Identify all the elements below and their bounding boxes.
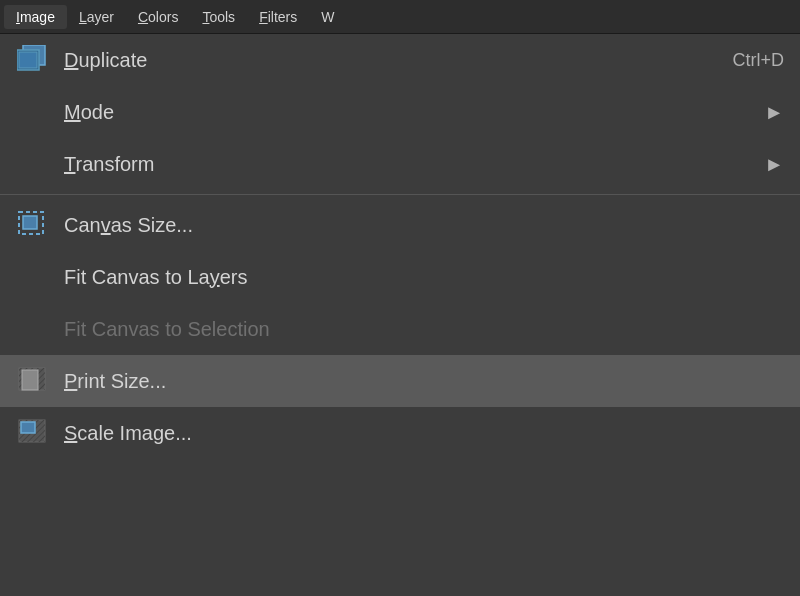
menu-layer[interactable]: Layer xyxy=(67,5,126,29)
menu-windows[interactable]: W xyxy=(309,5,346,29)
menu-item-duplicate[interactable]: Duplicate Ctrl+D xyxy=(0,34,800,86)
menu-item-transform[interactable]: Transform ► xyxy=(0,138,800,190)
menu-item-print-size[interactable]: Print Size... xyxy=(0,355,800,407)
scale-image-icon xyxy=(16,415,52,451)
fit-canvas-selection-icon-placeholder xyxy=(16,311,52,347)
menu-item-fit-canvas-layers-label: Fit Canvas to Layers xyxy=(64,266,784,289)
menu-image[interactable]: Image xyxy=(4,5,67,29)
svg-rect-8 xyxy=(22,370,38,390)
canvas-size-icon xyxy=(16,207,52,243)
image-dropdown-menu: Duplicate Ctrl+D Mode ► Transform ► Canv… xyxy=(0,34,800,459)
menu-item-scale-image-label: Scale Image... xyxy=(64,422,784,445)
menu-item-mode-label: Mode xyxy=(64,101,764,124)
menu-item-mode[interactable]: Mode ► xyxy=(0,86,800,138)
menubar: Image Layer Colors Tools Filters W xyxy=(0,0,800,34)
print-size-icon xyxy=(16,363,52,399)
menu-item-transform-label: Transform xyxy=(64,153,764,176)
menu-item-duplicate-shortcut: Ctrl+D xyxy=(692,50,784,71)
menu-item-fit-canvas-selection-label: Fit Canvas to Selection xyxy=(64,318,784,341)
mode-icon-placeholder xyxy=(16,94,52,130)
svg-rect-2 xyxy=(19,52,37,68)
duplicate-icon xyxy=(16,42,52,78)
svg-rect-4 xyxy=(23,216,37,229)
menu-item-fit-canvas-selection[interactable]: Fit Canvas to Selection xyxy=(0,303,800,355)
menu-tools[interactable]: Tools xyxy=(190,5,247,29)
menu-item-scale-image[interactable]: Scale Image... xyxy=(0,407,800,459)
menu-colors[interactable]: Colors xyxy=(126,5,190,29)
menu-item-canvas-size[interactable]: Canvas Size... xyxy=(0,199,800,251)
menu-item-duplicate-label: Duplicate xyxy=(64,49,692,72)
transform-icon-placeholder xyxy=(16,146,52,182)
separator-1 xyxy=(0,194,800,195)
menu-filters[interactable]: Filters xyxy=(247,5,309,29)
fit-canvas-layers-icon-placeholder xyxy=(16,259,52,295)
mode-submenu-arrow: ► xyxy=(764,101,784,124)
svg-rect-12 xyxy=(21,422,35,433)
transform-submenu-arrow: ► xyxy=(764,153,784,176)
menu-item-canvas-size-label: Canvas Size... xyxy=(64,214,784,237)
menu-item-fit-canvas-layers[interactable]: Fit Canvas to Layers xyxy=(0,251,800,303)
menu-item-print-size-label: Print Size... xyxy=(64,370,784,393)
